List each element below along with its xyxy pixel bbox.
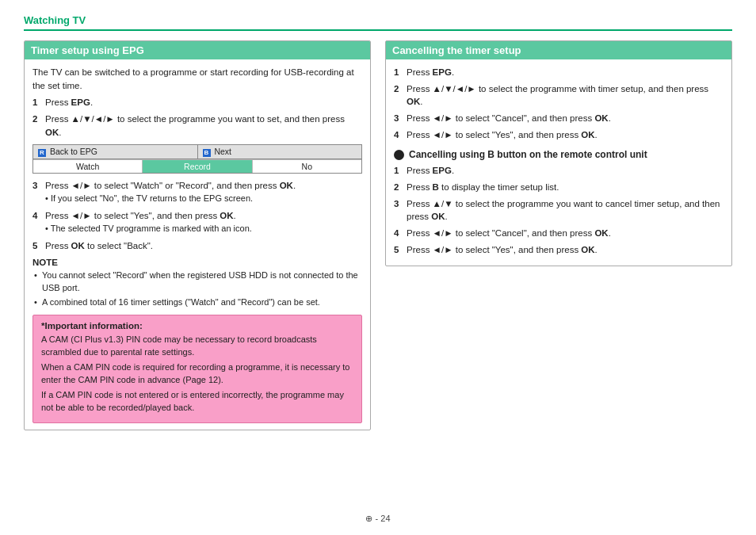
b-step-3: 3 Press ▲/▼ to select the programme you … [394, 197, 724, 224]
b-step-2: 2 Press B to display the timer setup lis… [394, 181, 724, 194]
sub-section-label: Cancelling using B button on the remote … [409, 149, 647, 160]
important-para-3: If a CAM PIN code is not entered or is e… [41, 389, 353, 415]
cancel-section-content: 1 Press EPG. 2 Press ▲/▼/◄/► to select t… [386, 59, 731, 266]
cancel-steps-1-4: 1 Press EPG. 2 Press ▲/▼/◄/► to select t… [394, 66, 724, 141]
cancel-section: Cancelling the timer setup 1 Press EPG. … [385, 40, 732, 266]
page: Watching TV Timer setup using EPG The TV… [0, 0, 756, 535]
important-box: *Important information: A CAM (CI Plus v… [32, 315, 362, 423]
two-column-layout: Timer setup using EPG The TV can be swit… [24, 40, 732, 438]
page-header: Watching TV [24, 14, 732, 31]
page-title: Watching TV [24, 14, 86, 26]
timer-setup-content: The TV can be switched to a programme or… [25, 59, 370, 430]
b-button-steps: 1 Press EPG. 2 Press B to display the ti… [394, 164, 724, 256]
note-bullet-2: A combined total of 16 timer settings ("… [32, 296, 362, 308]
right-column: Cancelling the timer setup 1 Press EPG. … [385, 40, 732, 438]
r-icon: R [38, 149, 46, 157]
b-step-5: 5 Press ◄/► to select "Yes", and then pr… [394, 243, 724, 257]
important-para-2: When a CAM PIN code is required for reco… [41, 361, 353, 387]
step-2: 2 Press ▲/▼/◄/► to select the programme … [32, 113, 362, 139]
epg-cell-no: No [253, 160, 361, 173]
page-footer: ⊕ - 24 [0, 514, 756, 524]
epg-header-back: R Back to EPG [33, 145, 198, 159]
epg-cell-record: Record [143, 160, 252, 173]
epg-table-row: Watch Record No [33, 159, 361, 173]
step-1: 1 Press EPG. [32, 96, 362, 109]
important-title: *Important information: [41, 321, 353, 331]
b-icon: B [203, 149, 211, 157]
step-4: 4 Press ◄/► to select "Yes", and then pr… [32, 209, 362, 236]
bullet-circle-icon [394, 150, 404, 160]
left-column: Timer setup using EPG The TV can be swit… [24, 40, 371, 438]
steps-3-5: 3 Press ◄/► to select "Watch" or "Record… [32, 179, 362, 253]
epg-table-header: R Back to EPG B Next [33, 145, 361, 159]
b-step-1: 1 Press EPG. [394, 164, 724, 178]
b-step-4: 4 Press ◄/► to select "Cancel", and then… [394, 227, 724, 240]
timer-setup-header: Timer setup using EPG [25, 41, 370, 59]
sub-section-title: Cancelling using B button on the remote … [394, 149, 724, 160]
epg-header-next: B Next [198, 145, 362, 159]
timer-setup-section: Timer setup using EPG The TV can be swit… [24, 40, 371, 430]
step-3-bullet: If you select "No", the TV returns to th… [45, 193, 362, 204]
cancel-step-4: 4 Press ◄/► to select "Yes", and then pr… [394, 128, 724, 142]
page-number: ⊕ - 24 [365, 514, 390, 523]
cancel-section-header: Cancelling the timer setup [386, 41, 731, 59]
epg-table: R Back to EPG B Next Watch Record No [32, 144, 362, 174]
step-4-bullet: The selected TV programme is marked with… [45, 223, 362, 235]
note-bullet-1: You cannot select "Record" when the regi… [32, 269, 362, 294]
step-5: 5 Press OK to select "Back". [32, 239, 362, 253]
note-bullets: You cannot select "Record" when the regi… [32, 269, 362, 308]
important-para-1: A CAM (CI Plus v1.3) PIN code may be nec… [41, 334, 353, 359]
note-title: NOTE [32, 258, 362, 267]
steps-1-2: 1 Press EPG. 2 Press ▲/▼/◄/► to select t… [32, 96, 362, 139]
timer-setup-intro: The TV can be switched to a programme or… [32, 66, 362, 92]
cancel-step-1: 1 Press EPG. [394, 66, 724, 79]
epg-cell-watch: Watch [33, 160, 143, 173]
cancel-step-2: 2 Press ▲/▼/◄/► to select the programme … [394, 82, 724, 109]
note-section: NOTE You cannot select "Record" when the… [32, 258, 362, 308]
step-3: 3 Press ◄/► to select "Watch" or "Record… [32, 179, 362, 206]
cancel-step-3: 3 Press ◄/► to select "Cancel", and then… [394, 112, 724, 125]
